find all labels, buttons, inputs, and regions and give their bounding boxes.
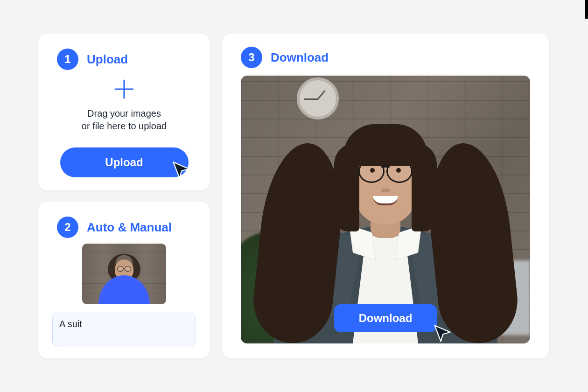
step-card-download: 3 Download [222, 34, 549, 358]
step-header: 3 Download [241, 47, 530, 68]
upload-button-label: Upload [105, 156, 143, 168]
step-badge-2: 2 [57, 217, 78, 238]
step-badge-3: 3 [241, 47, 262, 68]
result-image: Download [241, 76, 530, 343]
step-header: 1 Upload [57, 49, 191, 70]
thumbnail-preview[interactable] [82, 244, 166, 304]
step-header: 2 Auto & Manual [52, 217, 196, 238]
dropzone-line2: or file here to upload [82, 120, 167, 133]
plus-icon [114, 79, 134, 99]
step-badge-1: 1 [57, 49, 78, 70]
step-card-upload: 1 Upload Drag your images or file here t… [38, 34, 210, 190]
step-card-edit: 2 Auto & Manual [38, 202, 210, 358]
cursor-icon [171, 160, 191, 180]
upload-dropzone[interactable]: Drag your images or file here to upload [57, 75, 191, 137]
download-button-label: Download [359, 312, 413, 324]
thumbnail-person [98, 259, 150, 304]
step-title-download: Download [271, 50, 329, 65]
upload-button[interactable]: Upload [60, 147, 189, 177]
cursor-icon [432, 323, 453, 343]
clock-icon [297, 77, 339, 119]
dropzone-line1: Drag your images [82, 107, 167, 120]
decorative-corner [585, 0, 588, 19]
step-title-edit: Auto & Manual [87, 220, 172, 235]
download-button[interactable]: Download [334, 304, 437, 332]
step-title-upload: Upload [87, 52, 128, 67]
dropzone-text: Drag your images or file here to upload [82, 107, 167, 133]
prompt-input[interactable] [52, 313, 196, 347]
